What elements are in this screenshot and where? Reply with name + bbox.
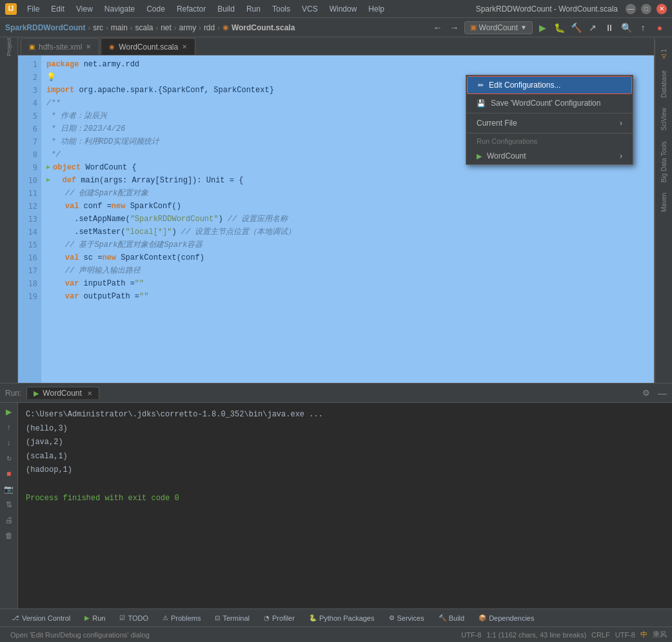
current-file-item[interactable]: Current File › [466, 115, 633, 131]
build-button[interactable]: 🔨 [569, 21, 583, 35]
vc-label: Version Control [22, 614, 70, 622]
tab-version-control[interactable]: ⎇ Version Control [5, 613, 77, 623]
right-sidebar: ⚠1 Database SciView Big Data Tools Maven [654, 37, 672, 383]
menu-window[interactable]: Window [324, 3, 362, 15]
project-panel-icon[interactable]: Project [2, 40, 16, 54]
bigdata-panel[interactable]: Big Data Tools [659, 137, 669, 186]
run-print-btn[interactable]: 🖨 [3, 514, 15, 527]
run-play-btn[interactable]: ▶ [3, 405, 15, 418]
debug-button[interactable]: 🐛 [552, 21, 566, 35]
upload-button[interactable]: ↑ [636, 21, 650, 35]
wordcount-config-item[interactable]: ▶ WordCount › [466, 148, 633, 164]
run-panel: Run: ▶ WordCount ✕ ⚙ — ▶ ↑ ↓ ↻ ■ 📷 ⇅ 🖨 🗑… [0, 383, 672, 608]
wordcount-config-label: WordCount [487, 151, 526, 160]
run-scroll-down[interactable]: ↓ [3, 436, 15, 449]
tab-terminal[interactable]: ⊡ Terminal [208, 613, 256, 623]
menu-build[interactable]: Build [212, 3, 240, 15]
todo-icon: ☑ [119, 614, 125, 621]
path-file[interactable]: WordCount.scala [232, 23, 295, 32]
tab-profiler[interactable]: ◔ Profiler [257, 613, 301, 623]
run-config-name: WordCount [479, 23, 518, 32]
tab-hdfs-close[interactable]: ✕ [86, 43, 91, 50]
tab-wordcount-close[interactable]: ✕ [182, 43, 187, 50]
tab-todo[interactable]: ☑ TODO [113, 613, 155, 623]
tab-run[interactable]: ▶ Run [78, 613, 112, 623]
menu-tools[interactable]: Tools [267, 3, 295, 15]
run-stop-btn[interactable]: ■ [3, 467, 15, 480]
encoding-status[interactable]: UTF-8 [461, 631, 481, 639]
run-toolbar: ▶ ↑ ↓ ↻ ■ 📷 ⇅ 🖨 🗑 [0, 403, 18, 608]
run-tab-wordcount[interactable]: ▶ WordCount ✕ [26, 387, 99, 399]
run-camera-btn[interactable]: 📷 [3, 483, 15, 496]
save-config-item[interactable]: 💾 Save 'WordCount' Configuration [466, 95, 633, 112]
sciview-panel[interactable]: SciView [659, 104, 669, 134]
todo-label: TODO [128, 614, 148, 622]
sep1: › [88, 24, 90, 32]
menu-refactor[interactable]: Refactor [172, 3, 211, 15]
build-label: Build [449, 614, 464, 622]
run-trash-btn[interactable]: 🗑 [3, 529, 15, 542]
run-panel-close[interactable]: — [658, 388, 667, 398]
tab-problems[interactable]: ⚠ Problems [156, 613, 207, 623]
search-button[interactable]: 🔍 [619, 21, 633, 35]
maven-panel[interactable]: Maven [659, 189, 669, 216]
record-button[interactable]: ● [653, 21, 667, 35]
path-main[interactable]: main [111, 23, 128, 32]
menu-vcs[interactable]: VCS [297, 3, 323, 15]
close-button[interactable]: ✕ [657, 4, 667, 14]
path-rdd[interactable]: rdd [204, 23, 215, 32]
file-encoding-status[interactable]: UTF-8 [615, 631, 635, 639]
notifications-panel[interactable]: ⚠1 [659, 45, 669, 64]
maximize-button[interactable]: □ [641, 4, 651, 14]
minimize-button[interactable]: — [626, 4, 636, 14]
menu-view[interactable]: View [71, 3, 98, 15]
run-settings-icon[interactable]: ⚙ [642, 388, 650, 398]
run-scroll-up[interactable]: ↑ [3, 421, 15, 434]
position-status[interactable]: 1:1 (1162 chars, 43 line breaks) [486, 631, 586, 639]
code-line-16: val sc = new SparkContext(conf) [46, 251, 649, 264]
menu-code[interactable]: Code [141, 3, 170, 15]
tab-build[interactable]: 🔨 Build [432, 613, 471, 623]
project-name[interactable]: SparkRDDWordCount [5, 23, 85, 32]
run-config-arrow[interactable]: ▼ [520, 24, 527, 31]
path-army[interactable]: army [179, 23, 197, 32]
edit-configurations-item[interactable]: ✏ Edit Configurations... [467, 76, 632, 94]
run-button[interactable]: ▶ [535, 21, 549, 35]
menu-navigate[interactable]: Navigate [99, 3, 140, 15]
run-tab-name: WordCount [43, 389, 81, 398]
forward-button[interactable]: → [448, 21, 462, 35]
menu-run[interactable]: Run [241, 3, 266, 15]
path-scala[interactable]: scala [135, 23, 153, 32]
vc-icon: ⎇ [12, 614, 19, 621]
menu-help[interactable]: Help [363, 3, 390, 15]
run-tab-close[interactable]: ✕ [87, 390, 92, 397]
toolbar-right: ← → ▣ WordCount ▼ ▶ 🐛 🔨 ↗ ⏸ 🔍 ↑ ● [431, 21, 667, 35]
stop-button[interactable]: ⏸ [602, 21, 617, 35]
run-tab-icon: ▶ [34, 389, 39, 398]
back-button[interactable]: ← [431, 21, 445, 35]
edit-config-label: Edit Configurations... [489, 81, 560, 90]
tab-wordcount[interactable]: ◉ WordCount.scala ✕ [101, 38, 195, 55]
menu-file[interactable]: File [22, 3, 44, 15]
code-line-12: val conf = new SparkConf() [46, 200, 649, 213]
save-config-label: Save 'WordCount' Configuration [491, 99, 600, 108]
run-config-selector[interactable]: ▣ WordCount ▼ [464, 21, 533, 34]
menu-edit[interactable]: Edit [46, 3, 70, 15]
locale-status: 中 [640, 630, 647, 639]
update-button[interactable]: ↗ [586, 21, 600, 35]
line-ending-status[interactable]: CRLF [591, 631, 610, 639]
build-icon: 🔨 [439, 614, 446, 621]
database-panel[interactable]: Database [659, 66, 669, 102]
run-rerun-btn[interactable]: ↻ [3, 452, 15, 465]
tab-dependencies[interactable]: 📦 Dependencies [472, 613, 540, 623]
run-softref-btn[interactable]: ⇅ [3, 498, 15, 511]
output-line-blank [26, 478, 664, 492]
tab-python-packages[interactable]: 🐍 Python Packages [302, 613, 381, 623]
tab-services[interactable]: ⚙ Services [382, 613, 431, 623]
run-label: Run: [5, 389, 21, 398]
line-numbers: 1 2 3 4 5 6 7 8 9 10 11 12 13 14 15 16 1… [18, 55, 41, 383]
run-output[interactable]: C:\Users\Administrator\.jdks\corretto-1.… [18, 403, 672, 608]
path-net[interactable]: net [161, 23, 172, 32]
path-src[interactable]: src [93, 23, 103, 32]
tab-hdfs-site[interactable]: ▣ hdfs-site.xml ✕ [21, 38, 99, 55]
